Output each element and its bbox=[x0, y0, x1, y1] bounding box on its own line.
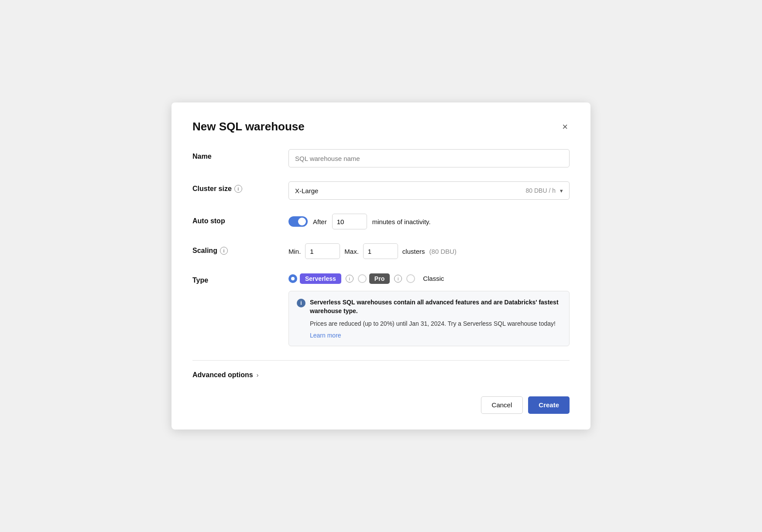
scaling-control: Min. Max. clusters (80 DBU) bbox=[288, 243, 570, 259]
serverless-info-box: i Serverless SQL warehouses contain all … bbox=[288, 291, 570, 346]
classic-badge: Classic bbox=[418, 273, 449, 284]
clusters-text: clusters bbox=[402, 248, 425, 255]
cluster-size-value: X-Large bbox=[295, 187, 318, 194]
dialog-header: New SQL warehouse × bbox=[192, 120, 570, 133]
scaling-inputs-row: Min. Max. clusters (80 DBU) bbox=[288, 243, 570, 259]
auto-stop-control: After minutes of inactivity. bbox=[288, 214, 570, 229]
type-row: Type Serverless i Pro i Classic bbox=[192, 273, 570, 346]
pro-option[interactable]: Pro bbox=[358, 273, 390, 284]
advanced-options-label: Advanced options bbox=[192, 371, 253, 379]
scaling-label: Scaling i bbox=[192, 243, 288, 255]
cluster-size-dbu: 80 DBU / h bbox=[526, 187, 556, 194]
dialog-footer: Cancel Create bbox=[192, 396, 570, 414]
serverless-option[interactable]: Serverless bbox=[288, 273, 341, 284]
divider bbox=[192, 360, 570, 361]
name-control bbox=[288, 149, 570, 167]
advanced-chevron-icon: › bbox=[257, 372, 259, 379]
auto-stop-label: Auto stop bbox=[192, 214, 288, 225]
classic-option[interactable]: Classic bbox=[406, 273, 449, 284]
type-options: Serverless i Pro i Classic bbox=[288, 273, 570, 284]
advanced-options-row[interactable]: Advanced options › bbox=[192, 371, 570, 379]
cluster-size-label: Cluster size i bbox=[192, 181, 288, 193]
scaling-min-input[interactable] bbox=[305, 243, 340, 259]
pro-radio[interactable] bbox=[358, 274, 367, 283]
dialog-title: New SQL warehouse bbox=[192, 120, 305, 133]
chevron-down-icon: ▾ bbox=[560, 188, 563, 194]
auto-stop-minutes-input[interactable] bbox=[332, 214, 367, 229]
min-label: Min. bbox=[288, 248, 301, 255]
auto-stop-toggle[interactable] bbox=[288, 216, 308, 227]
cluster-size-select[interactable]: X-Large 80 DBU / h ▾ bbox=[288, 181, 570, 200]
name-label: Name bbox=[192, 149, 288, 160]
info-box-header: i Serverless SQL warehouses contain all … bbox=[297, 298, 561, 315]
name-row: Name bbox=[192, 149, 570, 167]
learn-more-link[interactable]: Learn more bbox=[297, 332, 561, 339]
cluster-size-row: Cluster size i X-Large 80 DBU / h ▾ bbox=[192, 181, 570, 200]
type-label: Type bbox=[192, 273, 288, 284]
serverless-info-icon[interactable]: i bbox=[346, 275, 354, 283]
scaling-dbu-text: (80 DBU) bbox=[429, 248, 457, 255]
inactivity-text: minutes of inactivity. bbox=[372, 218, 431, 225]
scaling-max-input[interactable] bbox=[363, 243, 398, 259]
pro-badge: Pro bbox=[369, 273, 390, 284]
classic-radio[interactable] bbox=[406, 274, 415, 283]
after-text: After bbox=[313, 218, 327, 225]
info-box-title: Serverless SQL warehouses contain all ad… bbox=[310, 298, 561, 315]
info-box-icon: i bbox=[297, 299, 305, 307]
create-button[interactable]: Create bbox=[528, 396, 570, 414]
close-button[interactable]: × bbox=[560, 120, 570, 133]
max-label: Max. bbox=[344, 248, 359, 255]
scaling-row: Scaling i Min. Max. clusters (80 DBU) bbox=[192, 243, 570, 259]
serverless-badge: Serverless bbox=[300, 273, 341, 284]
name-input[interactable] bbox=[288, 149, 570, 167]
cluster-size-control: X-Large 80 DBU / h ▾ bbox=[288, 181, 570, 200]
scaling-info-icon[interactable]: i bbox=[220, 247, 228, 255]
cluster-size-info-icon[interactable]: i bbox=[234, 185, 242, 193]
type-control: Serverless i Pro i Classic i bbox=[288, 273, 570, 346]
cancel-button[interactable]: Cancel bbox=[481, 396, 523, 414]
toggle-slider bbox=[288, 216, 308, 227]
serverless-radio[interactable] bbox=[288, 274, 297, 283]
info-box-body: Prices are reduced (up to 20%) until Jan… bbox=[297, 319, 561, 328]
autostop-row: After minutes of inactivity. bbox=[288, 214, 570, 229]
new-sql-warehouse-dialog: New SQL warehouse × Name Cluster size i … bbox=[172, 102, 590, 429]
auto-stop-row: Auto stop After minutes of inactivity. bbox=[192, 214, 570, 229]
pro-info-icon[interactable]: i bbox=[394, 275, 402, 283]
